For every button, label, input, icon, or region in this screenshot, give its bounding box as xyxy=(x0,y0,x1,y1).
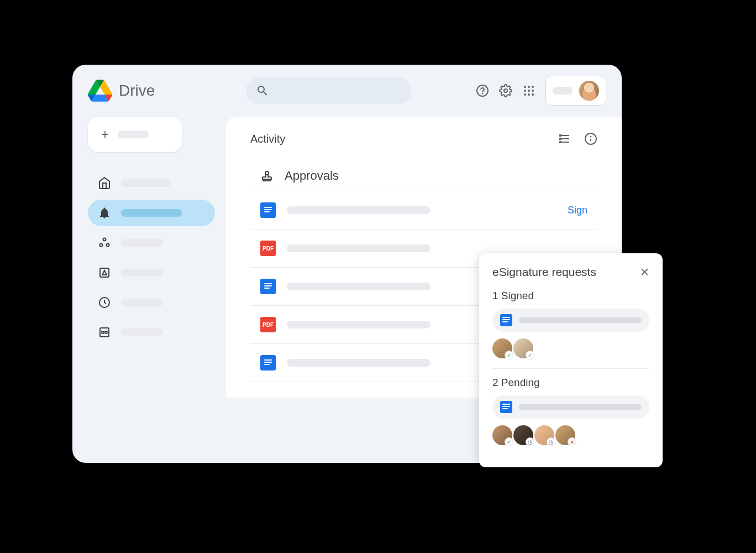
pdf-file-icon: PDF xyxy=(260,241,276,256)
doc-file-icon xyxy=(260,202,276,218)
x-badge-icon: ✕ xyxy=(568,437,576,446)
signer-avatar: ✓ xyxy=(492,425,512,445)
doc-file-icon xyxy=(260,355,276,371)
svg-point-10 xyxy=(528,93,530,96)
check-badge-icon: ✓ xyxy=(505,351,513,359)
esignature-popup: eSignature requests ✕ 1 Signed✓✓2 Pendin… xyxy=(479,253,663,467)
nav-label-placeholder xyxy=(121,299,163,306)
check-badge-icon: ✓ xyxy=(526,351,534,359)
status-label: 2 Pending xyxy=(492,377,649,389)
file-name-placeholder xyxy=(287,321,431,328)
close-icon[interactable]: ✕ xyxy=(640,265,649,279)
clock-badge-icon: ◷ xyxy=(547,437,555,446)
workspaces-icon xyxy=(98,236,111,249)
nav-label-placeholder xyxy=(121,239,163,247)
doc-file-icon xyxy=(500,401,512,413)
approval-row[interactable]: Sign xyxy=(250,191,597,229)
doc-name-placeholder xyxy=(519,404,642,410)
new-label-placeholder xyxy=(118,131,149,138)
settings-icon[interactable] xyxy=(499,84,512,97)
svg-point-1 xyxy=(482,93,483,94)
header: Drive xyxy=(72,65,622,117)
drive-logo-icon xyxy=(88,80,112,102)
bell-icon xyxy=(98,206,111,220)
status-section: 2 Pending✓◷◷✕ xyxy=(492,377,649,445)
new-button[interactable]: + xyxy=(88,117,182,152)
nav-my-drive[interactable] xyxy=(88,259,215,286)
apps-icon[interactable] xyxy=(522,84,536,97)
list-view-icon[interactable] xyxy=(558,132,571,145)
doc-file-icon xyxy=(500,314,512,326)
svg-point-7 xyxy=(528,90,530,92)
pdf-file-icon: PDF xyxy=(260,317,276,332)
svg-point-25 xyxy=(591,137,591,137)
approvals-section-header: Approvals xyxy=(250,161,597,191)
popup-header: eSignature requests ✕ xyxy=(492,265,649,279)
svg-point-13 xyxy=(100,244,103,247)
logo-area: Drive xyxy=(88,80,237,102)
panel-title: Activity xyxy=(250,133,285,145)
divider xyxy=(492,368,649,369)
file-name-placeholder xyxy=(287,283,431,290)
account-switcher[interactable] xyxy=(545,76,606,106)
svg-point-5 xyxy=(532,86,534,88)
svg-point-18 xyxy=(102,331,104,333)
info-icon[interactable] xyxy=(584,132,597,145)
svg-point-6 xyxy=(524,90,526,92)
svg-point-8 xyxy=(532,90,534,92)
signer-avatar: ✕ xyxy=(555,425,575,445)
shared-icon xyxy=(98,326,111,339)
nav-shared[interactable] xyxy=(88,319,215,346)
nav-label-placeholder xyxy=(121,328,163,336)
account-label-placeholder xyxy=(553,87,573,95)
section-title: Approvals xyxy=(285,169,339,183)
stamp-icon xyxy=(260,169,274,182)
clock-badge-icon: ◷ xyxy=(526,437,534,446)
signer-avatars: ✓◷◷✕ xyxy=(492,425,649,445)
doc-name-placeholder xyxy=(519,317,642,323)
app-title: Drive xyxy=(119,82,155,100)
nav-label-placeholder xyxy=(121,269,163,276)
nav-label-placeholder xyxy=(121,209,182,217)
sidebar: + xyxy=(88,117,226,398)
document-pill[interactable] xyxy=(492,395,649,419)
home-icon xyxy=(98,176,111,190)
help-icon[interactable] xyxy=(476,84,489,97)
user-avatar xyxy=(579,81,599,101)
svg-point-26 xyxy=(265,171,269,175)
status-label: 1 Signed xyxy=(492,290,649,302)
document-pill[interactable] xyxy=(492,309,649,332)
svg-rect-20 xyxy=(559,134,561,137)
file-name-placeholder xyxy=(287,359,431,367)
sign-button[interactable]: Sign xyxy=(568,205,587,216)
signer-avatar: ✓ xyxy=(492,338,512,358)
signer-avatar: ◷ xyxy=(513,425,533,445)
doc-file-icon xyxy=(260,279,276,294)
nav-recent[interactable] xyxy=(88,289,215,316)
svg-point-9 xyxy=(524,93,526,96)
svg-point-11 xyxy=(532,93,534,96)
panel-actions xyxy=(558,132,597,145)
nav-activity[interactable] xyxy=(88,200,215,226)
svg-rect-22 xyxy=(559,141,561,143)
search-icon xyxy=(256,84,269,97)
svg-point-3 xyxy=(524,86,526,88)
svg-point-12 xyxy=(103,238,106,241)
clock-icon xyxy=(98,296,111,309)
signer-avatar: ✓ xyxy=(513,338,533,358)
search-bar[interactable] xyxy=(246,77,412,104)
svg-point-2 xyxy=(504,89,507,92)
nav-label-placeholder xyxy=(121,179,171,187)
svg-point-14 xyxy=(107,244,109,247)
file-name-placeholder xyxy=(287,244,431,252)
nav-home[interactable] xyxy=(88,170,215,196)
svg-point-4 xyxy=(528,86,530,88)
svg-point-19 xyxy=(105,331,107,333)
plus-icon: + xyxy=(101,127,109,142)
status-section: 1 Signed✓✓ xyxy=(492,290,649,358)
drive-icon xyxy=(98,266,111,279)
nav-workspaces[interactable] xyxy=(88,229,215,256)
popup-title: eSignature requests xyxy=(492,265,596,279)
check-badge-icon: ✓ xyxy=(505,437,513,446)
header-actions xyxy=(476,76,606,106)
